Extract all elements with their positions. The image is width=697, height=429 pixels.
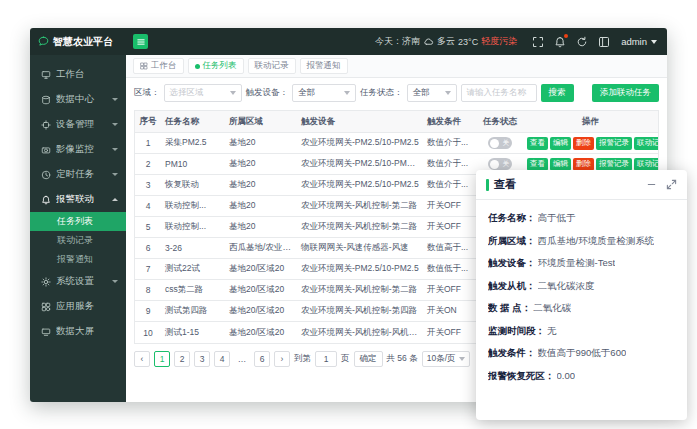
tab-alarm-notice[interactable]: 报警通知 bbox=[300, 58, 348, 74]
app-title: 智慧农业平台 bbox=[53, 35, 113, 49]
modal-field-label: 所属区域： bbox=[488, 230, 536, 253]
modal-field-value: 无 bbox=[547, 320, 557, 343]
search-button[interactable]: 搜索 bbox=[541, 84, 574, 102]
clock-icon bbox=[41, 170, 51, 180]
trigger-device-select[interactable]: 全部 bbox=[292, 84, 356, 102]
edit-button[interactable]: 编辑 bbox=[550, 137, 571, 150]
filter-bar: 区域： 选择区域 触发设备： 全部 任务状态： 全部 bbox=[134, 84, 659, 102]
status-toggle[interactable]: 关 bbox=[488, 158, 512, 170]
edit-button[interactable]: 编辑 bbox=[550, 158, 571, 171]
page-button[interactable]: 3 bbox=[194, 351, 210, 367]
sidebar-item-data-center[interactable]: 数据中心 bbox=[30, 87, 126, 112]
page-button[interactable]: … bbox=[234, 351, 250, 367]
sidebar-subitem-label: 联动记录 bbox=[57, 234, 93, 247]
maximize-icon[interactable] bbox=[666, 179, 677, 190]
confirm-page-button[interactable]: 确定 bbox=[354, 351, 383, 367]
sidebar-item-scheduled-tasks[interactable]: 定时任务 bbox=[30, 162, 126, 187]
sidebar-subitem-alarm-notice[interactable]: 报警通知 bbox=[30, 250, 126, 269]
page-button[interactable]: 4 bbox=[214, 351, 230, 367]
device-cell: 农业环境网关-PM2.5/10-PM2.5 bbox=[297, 179, 423, 191]
delete-button[interactable]: 删除 bbox=[573, 158, 594, 171]
column-header: 任务状态 bbox=[477, 116, 523, 128]
task-name-input[interactable]: 请输入任务名称 bbox=[461, 84, 537, 102]
linkage-record-button[interactable]: 联动记录 bbox=[634, 137, 658, 150]
status-toggle[interactable]: 关 bbox=[488, 137, 512, 149]
actions-cell: 查看编辑删除报警记录联动记录 bbox=[523, 158, 658, 171]
goto-page-input[interactable]: 1 bbox=[315, 351, 337, 367]
weather-condition: 多云 bbox=[437, 35, 455, 48]
sidebar-item-label: 报警联动 bbox=[56, 193, 107, 206]
modal-body: 任务名称：高于低于所属区域：西瓜基地/环境质量检测系统触发设备：环境质量检测-T… bbox=[476, 200, 687, 394]
sidebar-item-system-settings[interactable]: 系统设置 bbox=[30, 269, 126, 294]
bell-icon[interactable] bbox=[554, 36, 566, 48]
tab-label: 任务列表 bbox=[203, 60, 237, 72]
page-size-select[interactable]: 10条/页 bbox=[422, 351, 470, 367]
column-header: 所属区域 bbox=[225, 116, 297, 128]
chevron-down-icon bbox=[459, 357, 465, 361]
device-cell: 农业环境网关-风机控制-第二路 bbox=[297, 221, 423, 233]
modal-title: 查看 bbox=[494, 177, 646, 192]
modal-header: 查看 bbox=[476, 170, 687, 200]
modal-field-row: 报警恢复死区：0.00 bbox=[488, 365, 675, 388]
sidebar-subitem-task-list[interactable]: 任务列表 bbox=[30, 212, 126, 231]
sidebar-item-label: 影像监控 bbox=[56, 143, 107, 156]
condition-cell: 数值高于... bbox=[423, 242, 477, 254]
camera-icon bbox=[41, 145, 51, 155]
delete-button[interactable]: 删除 bbox=[573, 137, 594, 150]
toggle-off-label: 关 bbox=[503, 161, 510, 168]
modal-field-value: 二氧化碳 bbox=[533, 297, 571, 320]
modal-field-row: 触发设备：环境质量检测-Test bbox=[488, 252, 675, 275]
trigger-device-label: 触发设备： bbox=[246, 87, 289, 99]
sidebar-item-video-monitor[interactable]: 影像监控 bbox=[30, 137, 126, 162]
condition-cell: 开关OFF bbox=[423, 284, 477, 296]
region-cell: 基地20 bbox=[225, 179, 297, 191]
linkage-record-button[interactable]: 联动记录 bbox=[634, 158, 658, 171]
sidebar-item-data-screen[interactable]: 数据大屏 bbox=[30, 319, 126, 344]
toggle-off-label: 关 bbox=[503, 140, 510, 147]
sidebar-item-device-mgmt[interactable]: 设备管理 bbox=[30, 112, 126, 137]
device-cell: 农业环境网关-PM2.5/10-PM2.5 bbox=[297, 263, 423, 275]
tab-workbench[interactable]: 工作台 bbox=[133, 58, 184, 74]
logo: 智慧农业平台 bbox=[30, 35, 126, 49]
page-button[interactable]: 6 bbox=[254, 351, 270, 367]
view-button[interactable]: 查看 bbox=[527, 137, 548, 150]
sidebar-item-label: 工作台 bbox=[56, 68, 118, 81]
sidebar-collapse-button[interactable] bbox=[133, 34, 148, 49]
sidebar-item-alarm-linkage[interactable]: 报警联动 bbox=[30, 187, 126, 212]
task-status-select[interactable]: 全部 bbox=[407, 84, 457, 102]
modal-field-label: 触发条件： bbox=[488, 342, 536, 365]
tab-task-list[interactable]: 任务列表 bbox=[188, 58, 244, 74]
trigger-device-select-value: 全部 bbox=[298, 87, 315, 99]
refresh-icon[interactable] bbox=[576, 36, 588, 48]
chevron-down-icon bbox=[112, 123, 118, 126]
header-icons bbox=[532, 36, 610, 48]
sidebar-item-label: 定时任务 bbox=[56, 168, 107, 181]
admin-menu[interactable]: admin bbox=[621, 36, 657, 47]
alarm-record-button[interactable]: 报警记录 bbox=[596, 137, 632, 150]
data-center-icon bbox=[41, 95, 51, 105]
sidebar-item-app-services[interactable]: 应用服务 bbox=[30, 294, 126, 319]
page-button[interactable]: 1 bbox=[154, 351, 170, 367]
task-name-cell: PM10 bbox=[161, 159, 225, 169]
region-cell: 基地20/区域20 bbox=[225, 305, 297, 317]
sidebar-subitem-linkage-records[interactable]: 联动记录 bbox=[30, 231, 126, 250]
task-name-cell: 3-26 bbox=[161, 243, 225, 253]
region-select[interactable]: 选择区域 bbox=[164, 84, 242, 102]
layout-icon[interactable] bbox=[598, 36, 610, 48]
task-name-cell: 联动控制... bbox=[161, 200, 225, 212]
alarm-record-button[interactable]: 报警记录 bbox=[596, 158, 632, 171]
fullscreen-icon[interactable] bbox=[532, 36, 544, 48]
menu-icon bbox=[136, 37, 146, 47]
prev-page-button[interactable]: ‹ bbox=[134, 351, 150, 367]
next-page-button[interactable]: › bbox=[274, 351, 290, 367]
column-header: 操作 bbox=[523, 116, 658, 128]
minimize-icon[interactable] bbox=[646, 179, 657, 190]
page-button[interactable]: 2 bbox=[174, 351, 190, 367]
add-linkage-task-button[interactable]: 添加联动任务 bbox=[592, 84, 659, 102]
tab-linkage-records[interactable]: 联动记录 bbox=[248, 58, 296, 74]
weather-temp: 23°C bbox=[458, 37, 478, 47]
sidebar-item-workbench[interactable]: 工作台 bbox=[30, 62, 126, 87]
view-button[interactable]: 查看 bbox=[527, 158, 548, 171]
chevron-down-icon bbox=[112, 173, 118, 176]
tab-active-dot bbox=[195, 64, 200, 69]
